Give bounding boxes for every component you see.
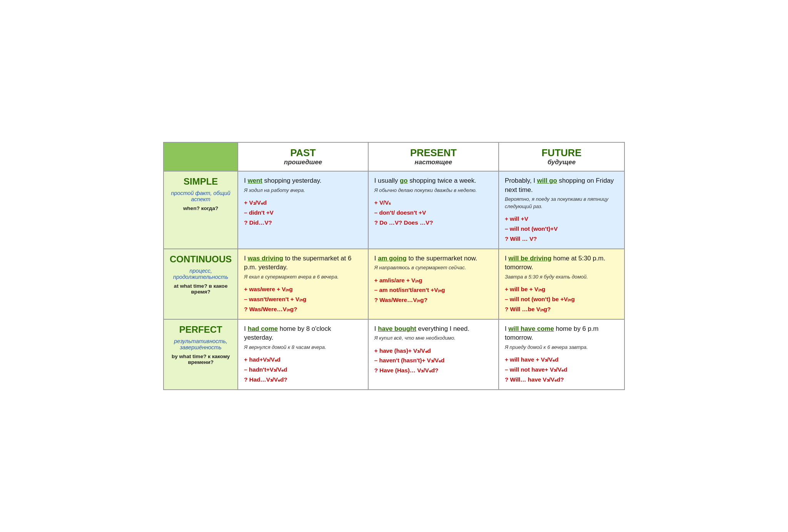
cell-past-0: I went shopping yesterday.Я ходил на раб… <box>238 171 368 248</box>
formula-line: – haven't (hasn't)+ V₃/Vₑd <box>374 355 492 365</box>
example-russian: Завтра в 5:30 я буду ехать домой. <box>505 274 618 280</box>
cell-past-1: I was driving to the supermarket at 6 p.… <box>238 249 368 319</box>
table-row: SIMPLEпростой факт, общий аспектwhen? ко… <box>164 171 624 248</box>
formula-line: + have (has)+ V₃/Vₑd <box>374 346 492 356</box>
example-russian: Я обычно делаю покупки дважды в неделю. <box>374 187 492 194</box>
formula-block: + V/Vₛ– don't/ doesn't +V? Do …V? Does …… <box>374 198 492 228</box>
formula-line: + had+V₃/Vₑd <box>244 355 362 365</box>
example-english: I will be driving home at 5:30 p.m. tomo… <box>505 254 618 272</box>
present-title-ru: настоящее <box>374 158 492 166</box>
formula-line: ? Had…V₃/Vₑd? <box>244 375 362 385</box>
formula-line: – didn't +V <box>244 208 362 218</box>
cell-past-2: I had come home by 8 o'clock yesterday.Я… <box>238 319 368 390</box>
row-label-when: by what time? к какому времени? <box>170 354 232 365</box>
formula-block: + will be + Vᵢₙg– will not (won't) be +V… <box>505 284 618 314</box>
formula-line: + will +V <box>505 214 618 224</box>
future-title-en: FUTURE <box>505 147 618 158</box>
label-cell-2: PERFECTрезультативность, завершённостьby… <box>164 319 238 390</box>
example-russian: Я приеду домой к 6 вечера завтра. <box>505 344 618 351</box>
formula-line: ? Was/Were…Vᵢₙg? <box>374 295 492 305</box>
example-english: I have bought everything I need. <box>374 324 492 334</box>
row-label-en: PERFECT <box>170 324 232 335</box>
example-russian: Я вернулся домой к 8 часам вчера. <box>244 344 362 351</box>
grammar-table: PAST прошедшее PRESENT настоящее FUTURE … <box>163 142 625 390</box>
formula-block: + V₂/Vₑd– didn't +V? Did…V? <box>244 198 362 228</box>
formula-line: – am not/isn't/aren't +Vᵢₙg <box>374 285 492 295</box>
formula-line: – will not have+ V₃/Vₑd <box>505 365 618 375</box>
cell-present-1: I am going to the supermarket now.Я напр… <box>368 249 499 319</box>
example-russian: Я ходил на работу вчера. <box>244 187 362 194</box>
cell-future-2: I will have come home by 6 p.m tomorrow.… <box>499 319 624 390</box>
formula-block: + have (has)+ V₃/Vₑd– haven't (hasn't)+ … <box>374 346 492 376</box>
formula-line: ? Will …be Vᵢₙg? <box>505 304 618 314</box>
row-label-ru: результативность, завершённость <box>170 338 232 350</box>
example-english: Probably, I will go shopping on Friday n… <box>505 176 618 194</box>
formula-line: + will have + V₃/Vₑd <box>505 355 618 365</box>
verb-underline: am going <box>378 255 407 262</box>
row-label-en: CONTINUOUS <box>170 254 232 265</box>
verb-underline: will be driving <box>508 255 551 262</box>
formula-line: ? Have (Has)… V₃/Vₑd? <box>374 365 492 375</box>
cell-future-0: Probably, I will go shopping on Friday n… <box>499 171 624 248</box>
formula-block: + will +V– will not (won't)+V? Will … V? <box>505 214 618 244</box>
example-english: I had come home by 8 o'clock yesterday. <box>244 324 362 342</box>
label-cell-0: SIMPLEпростой факт, общий аспектwhen? ко… <box>164 171 238 248</box>
formula-block: + had+V₃/Vₑd– hadn't+V₃/Vₑd? Had…V₃/Vₑd? <box>244 355 362 385</box>
table-row: PERFECTрезультативность, завершённостьby… <box>164 319 624 390</box>
formula-line: ? Will… have V₃/Vₑd? <box>505 375 618 385</box>
example-english: I was driving to the supermarket at 6 p.… <box>244 254 362 272</box>
formula-block: + will have + V₃/Vₑd– will not have+ V₃/… <box>505 355 618 385</box>
row-label-when: when? когда? <box>170 205 232 211</box>
row-label-when: at what time? в какое время? <box>170 283 232 295</box>
formula-line: – don't/ doesn't +V <box>374 208 492 218</box>
example-russian: Вероятно, я поеду за покупками в пятницу… <box>505 196 618 210</box>
formula-block: + am/is/are + Vᵢₙg– am not/isn't/aren't … <box>374 275 492 305</box>
example-russian: Я ехал в супермаркет вчера в 6 вечера. <box>244 274 362 280</box>
formula-line: – will not (won't) be +Vᵢₙg <box>505 294 618 304</box>
table-row: CONTINUOUSпроцесс, продолжительностьat w… <box>164 249 624 319</box>
verb-underline: had come <box>248 325 278 332</box>
past-title-ru: прошедшее <box>244 158 362 166</box>
formula-line: + was/were + Vᵢₙg <box>244 284 362 294</box>
row-label-ru: простой факт, общий аспект <box>170 190 232 202</box>
row-label-en: SIMPLE <box>170 176 232 187</box>
cell-present-2: I have bought everything I need.Я купил … <box>368 319 499 390</box>
formula-line: ? Was/Were…Vᵢₙg? <box>244 304 362 314</box>
verb-underline: go <box>400 177 408 184</box>
header-future: FUTURE будущее <box>499 142 624 171</box>
formula-line: ? Will … V? <box>505 234 618 244</box>
example-english: I will have come home by 6 p.m tomorrow. <box>505 324 618 342</box>
present-title-en: PRESENT <box>374 147 492 158</box>
header-blank-cell <box>164 142 238 171</box>
formula-line: + am/is/are + Vᵢₙg <box>374 275 492 285</box>
example-russian: Я направляюсь в супермаркет сейчас. <box>374 264 492 271</box>
example-english: I usually go shopping twice a week. <box>374 176 492 185</box>
formula-line: + V/Vₛ <box>374 198 492 208</box>
formula-line: + will be + Vᵢₙg <box>505 284 618 294</box>
example-english: I am going to the supermarket now. <box>374 254 492 263</box>
example-english: I went shopping yesterday. <box>244 176 362 185</box>
header-past: PAST прошедшее <box>238 142 368 171</box>
formula-line: – hadn't+V₃/Vₑd <box>244 365 362 375</box>
cell-future-1: I will be driving home at 5:30 p.m. tomo… <box>499 249 624 319</box>
row-label-ru: процесс, продолжительность <box>170 268 232 280</box>
formula-line: + V₂/Vₑd <box>244 198 362 208</box>
cell-present-0: I usually go shopping twice a week.Я обы… <box>368 171 499 248</box>
future-title-ru: будущее <box>505 158 618 166</box>
formula-line: ? Do …V? Does …V? <box>374 218 492 228</box>
past-title-en: PAST <box>244 147 362 158</box>
example-russian: Я купил всё, что мне необходимо. <box>374 335 492 342</box>
label-cell-1: CONTINUOUSпроцесс, продолжительностьat w… <box>164 249 238 319</box>
formula-line: – will not (won't)+V <box>505 224 618 234</box>
verb-underline: have bought <box>378 325 416 332</box>
verb-underline: will have come <box>508 325 554 332</box>
formula-block: + was/were + Vᵢₙg– wasn't/weren't + Vᵢₙg… <box>244 284 362 314</box>
header-present: PRESENT настоящее <box>368 142 499 171</box>
verb-underline: will go <box>537 177 557 184</box>
verb-underline: went <box>248 177 262 184</box>
verb-underline: was driving <box>248 255 283 262</box>
formula-line: – wasn't/weren't + Vᵢₙg <box>244 294 362 304</box>
formula-line: ? Did…V? <box>244 218 362 228</box>
